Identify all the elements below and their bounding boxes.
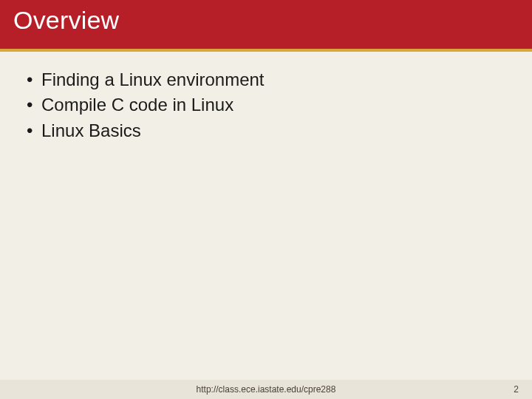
slide-title: Overview xyxy=(13,6,519,35)
list-item: Linux Basics xyxy=(25,119,507,143)
page-number: 2 xyxy=(514,384,519,395)
list-item: Finding a Linux environment xyxy=(25,68,507,92)
bullet-text: Finding a Linux environment xyxy=(41,69,265,89)
footer-url: http://class.ece.iastate.edu/cpre288 xyxy=(197,384,336,395)
slide-content: Finding a Linux environment Compile C co… xyxy=(0,52,532,160)
bullet-list: Finding a Linux environment Compile C co… xyxy=(25,68,507,143)
slide-footer: http://class.ece.iastate.edu/cpre288 2 xyxy=(0,380,532,399)
list-item: Compile C code in Linux xyxy=(25,93,507,117)
bullet-text: Linux Basics xyxy=(41,120,141,140)
title-bar: Overview xyxy=(0,0,532,52)
bullet-text: Compile C code in Linux xyxy=(41,95,233,115)
